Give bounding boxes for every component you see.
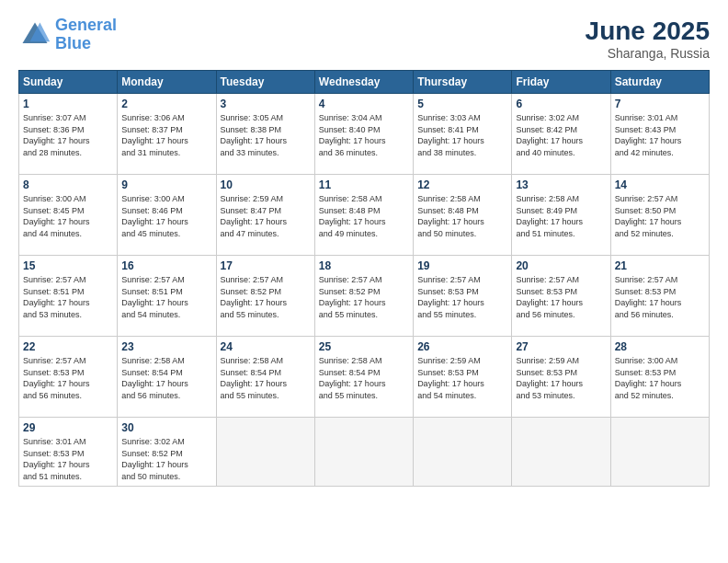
col-wednesday: Wednesday: [314, 71, 413, 94]
table-row: 8Sunrise: 3:00 AM Sunset: 8:45 PM Daylig…: [19, 175, 118, 256]
day-number: 5: [417, 98, 507, 110]
day-number: 1: [23, 98, 113, 110]
day-number: 3: [221, 98, 311, 110]
day-details: Sunrise: 2:57 AM Sunset: 8:51 PM Dayligh…: [23, 274, 113, 320]
table-row: 24Sunrise: 2:58 AM Sunset: 8:54 PM Dayli…: [216, 337, 314, 418]
day-details: Sunrise: 2:59 AM Sunset: 8:47 PM Dayligh…: [221, 193, 311, 239]
table-row: 17Sunrise: 2:57 AM Sunset: 8:52 PM Dayli…: [216, 256, 314, 337]
day-details: Sunrise: 3:00 AM Sunset: 8:46 PM Dayligh…: [121, 193, 211, 239]
title-block: June 2025 Sharanga, Russia: [586, 17, 710, 61]
table-row: 5Sunrise: 3:03 AM Sunset: 8:41 PM Daylig…: [414, 94, 512, 175]
col-thursday: Thursday: [414, 71, 512, 94]
day-details: Sunrise: 2:59 AM Sunset: 8:53 PM Dayligh…: [417, 355, 507, 401]
day-details: Sunrise: 2:58 AM Sunset: 8:48 PM Dayligh…: [417, 193, 507, 239]
day-number: 20: [516, 259, 606, 272]
day-details: Sunrise: 3:07 AM Sunset: 8:36 PM Dayligh…: [23, 112, 113, 158]
header-row: Sunday Monday Tuesday Wednesday Thursday…: [19, 71, 710, 94]
table-row: 7Sunrise: 3:01 AM Sunset: 8:43 PM Daylig…: [610, 94, 709, 175]
table-row: 9Sunrise: 3:00 AM Sunset: 8:46 PM Daylig…: [118, 175, 216, 256]
table-row: 13Sunrise: 2:58 AM Sunset: 8:49 PM Dayli…: [512, 175, 610, 256]
table-row: 26Sunrise: 2:59 AM Sunset: 8:53 PM Dayli…: [414, 337, 512, 418]
table-row: [414, 418, 512, 487]
col-tuesday: Tuesday: [216, 71, 314, 94]
logo-text: General Blue: [55, 17, 117, 53]
table-row: 21Sunrise: 2:57 AM Sunset: 8:53 PM Dayli…: [610, 256, 709, 337]
day-number: 8: [23, 178, 113, 191]
logo-line2: Blue: [55, 34, 91, 52]
day-number: 6: [516, 98, 606, 110]
day-number: 15: [23, 259, 113, 272]
table-row: 14Sunrise: 2:57 AM Sunset: 8:50 PM Dayli…: [610, 175, 709, 256]
table-row: 29Sunrise: 3:01 AM Sunset: 8:53 PM Dayli…: [19, 418, 118, 487]
day-number: 18: [319, 259, 409, 272]
logo: General Blue: [18, 17, 117, 53]
header: General Blue June 2025 Sharanga, Russia: [18, 17, 710, 61]
day-number: 24: [221, 340, 311, 353]
day-number: 29: [23, 421, 113, 434]
day-number: 21: [615, 259, 705, 272]
day-details: Sunrise: 3:03 AM Sunset: 8:41 PM Dayligh…: [417, 112, 507, 158]
col-monday: Monday: [118, 71, 216, 94]
table-row: 2Sunrise: 3:06 AM Sunset: 8:37 PM Daylig…: [118, 94, 216, 175]
day-number: 2: [121, 98, 211, 110]
table-row: 23Sunrise: 2:58 AM Sunset: 8:54 PM Dayli…: [118, 337, 216, 418]
day-number: 23: [121, 340, 211, 353]
day-details: Sunrise: 2:57 AM Sunset: 8:53 PM Dayligh…: [417, 274, 507, 320]
day-details: Sunrise: 2:57 AM Sunset: 8:53 PM Dayligh…: [516, 274, 606, 320]
day-details: Sunrise: 3:00 AM Sunset: 8:53 PM Dayligh…: [615, 355, 705, 401]
day-details: Sunrise: 3:02 AM Sunset: 8:42 PM Dayligh…: [516, 112, 606, 158]
day-number: 12: [417, 178, 507, 191]
table-row: 16Sunrise: 2:57 AM Sunset: 8:51 PM Dayli…: [118, 256, 216, 337]
day-number: 16: [121, 259, 211, 272]
day-details: Sunrise: 3:06 AM Sunset: 8:37 PM Dayligh…: [121, 112, 211, 158]
day-details: Sunrise: 2:58 AM Sunset: 8:49 PM Dayligh…: [516, 193, 606, 239]
day-details: Sunrise: 2:57 AM Sunset: 8:53 PM Dayligh…: [615, 274, 705, 320]
day-number: 4: [319, 98, 409, 110]
day-details: Sunrise: 3:05 AM Sunset: 8:38 PM Dayligh…: [221, 112, 311, 158]
day-number: 13: [516, 178, 606, 191]
table-row: 3Sunrise: 3:05 AM Sunset: 8:38 PM Daylig…: [216, 94, 314, 175]
day-details: Sunrise: 3:02 AM Sunset: 8:52 PM Dayligh…: [121, 436, 211, 482]
day-number: 14: [615, 178, 705, 191]
table-row: 4Sunrise: 3:04 AM Sunset: 8:40 PM Daylig…: [314, 94, 413, 175]
day-details: Sunrise: 2:57 AM Sunset: 8:51 PM Dayligh…: [121, 274, 211, 320]
table-row: 25Sunrise: 2:58 AM Sunset: 8:54 PM Dayli…: [314, 337, 413, 418]
day-number: 28: [615, 340, 705, 353]
table-row: 20Sunrise: 2:57 AM Sunset: 8:53 PM Dayli…: [512, 256, 610, 337]
day-details: Sunrise: 2:58 AM Sunset: 8:54 PM Dayligh…: [221, 355, 311, 401]
day-number: 7: [615, 98, 705, 110]
day-details: Sunrise: 2:58 AM Sunset: 8:54 PM Dayligh…: [319, 355, 409, 401]
table-row: 22Sunrise: 2:57 AM Sunset: 8:53 PM Dayli…: [19, 337, 118, 418]
day-details: Sunrise: 3:01 AM Sunset: 8:43 PM Dayligh…: [615, 112, 705, 158]
table-row: 19Sunrise: 2:57 AM Sunset: 8:53 PM Dayli…: [414, 256, 512, 337]
col-friday: Friday: [512, 71, 610, 94]
table-row: 1Sunrise: 3:07 AM Sunset: 8:36 PM Daylig…: [19, 94, 118, 175]
day-details: Sunrise: 2:57 AM Sunset: 8:53 PM Dayligh…: [23, 355, 113, 401]
day-number: 11: [319, 178, 409, 191]
month-title: June 2025: [586, 17, 710, 46]
day-details: Sunrise: 2:57 AM Sunset: 8:52 PM Dayligh…: [319, 274, 409, 320]
col-sunday: Sunday: [19, 71, 118, 94]
location: Sharanga, Russia: [586, 46, 710, 61]
day-details: Sunrise: 2:57 AM Sunset: 8:50 PM Dayligh…: [615, 193, 705, 239]
logo-icon: [18, 18, 51, 52]
table-row: [314, 418, 413, 487]
day-details: Sunrise: 2:58 AM Sunset: 8:48 PM Dayligh…: [319, 193, 409, 239]
page: General Blue June 2025 Sharanga, Russia …: [0, 0, 728, 563]
day-details: Sunrise: 3:01 AM Sunset: 8:53 PM Dayligh…: [23, 436, 113, 482]
logo-line1: General: [55, 16, 117, 34]
table-row: 12Sunrise: 2:58 AM Sunset: 8:48 PM Dayli…: [414, 175, 512, 256]
calendar: Sunday Monday Tuesday Wednesday Thursday…: [18, 70, 710, 487]
table-row: 15Sunrise: 2:57 AM Sunset: 8:51 PM Dayli…: [19, 256, 118, 337]
table-row: 28Sunrise: 3:00 AM Sunset: 8:53 PM Dayli…: [610, 337, 709, 418]
day-number: 10: [221, 178, 311, 191]
col-saturday: Saturday: [610, 71, 709, 94]
table-row: 27Sunrise: 2:59 AM Sunset: 8:53 PM Dayli…: [512, 337, 610, 418]
table-row: [610, 418, 709, 487]
table-row: 6Sunrise: 3:02 AM Sunset: 8:42 PM Daylig…: [512, 94, 610, 175]
day-number: 25: [319, 340, 409, 353]
day-number: 30: [121, 421, 211, 434]
day-details: Sunrise: 3:04 AM Sunset: 8:40 PM Dayligh…: [319, 112, 409, 158]
table-row: 30Sunrise: 3:02 AM Sunset: 8:52 PM Dayli…: [118, 418, 216, 487]
table-row: 10Sunrise: 2:59 AM Sunset: 8:47 PM Dayli…: [216, 175, 314, 256]
